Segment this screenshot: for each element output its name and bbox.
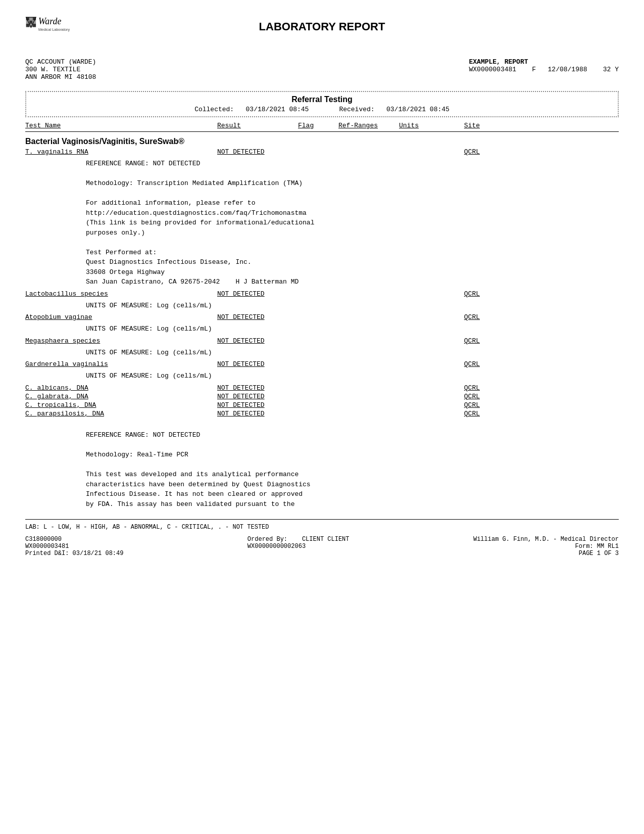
note-line: 33608 Ortega Highway bbox=[86, 267, 619, 277]
warde-logo: Warde Medical Laboratory bbox=[25, 15, 91, 48]
patient-dob: 12/08/1988 bbox=[548, 66, 587, 73]
svg-text:Medical Laboratory: Medical Laboratory bbox=[38, 27, 70, 32]
svg-rect-8 bbox=[33, 24, 36, 27]
note-line bbox=[86, 238, 619, 248]
test-name: C. parapsilosis, DNA bbox=[25, 410, 217, 418]
note-line: This test was developed and its analytic… bbox=[86, 470, 619, 480]
form-number: Form: MM RL1 bbox=[473, 543, 619, 550]
patient-id: WX0000003481 bbox=[469, 66, 516, 73]
facility-address1: 300 W. TEXTILE bbox=[25, 66, 96, 73]
test-site: QCRL bbox=[450, 384, 480, 392]
note-line: characteristics have been determined by … bbox=[86, 480, 619, 490]
received-label: Received: 03/18/2021 08:45 bbox=[339, 106, 449, 113]
test-row: Gardnerella vaginalis NOT DETECTED QCRL bbox=[25, 360, 619, 368]
ordered-by-label: Ordered By: bbox=[247, 536, 287, 543]
legend-text: LAB: L - LOW, H - HIGH, AB - ABNORMAL, C… bbox=[25, 524, 619, 531]
footer-bottom: C318000000 WX0000003481 Printed D&I: 03/… bbox=[25, 536, 619, 557]
test-name: Atopobium vaginae bbox=[25, 313, 217, 321]
patient-sex: F bbox=[532, 66, 536, 73]
footer-right: William G. Finn, M.D. - Medical Director… bbox=[473, 536, 619, 557]
test-name: C. tropicalis, DNA bbox=[25, 401, 217, 409]
received-value: 03/18/2021 08:45 bbox=[386, 106, 450, 113]
col-header-units: Units bbox=[399, 122, 450, 129]
patient-info-section: QC ACCOUNT (WARDE) 300 W. TEXTILE ANN AR… bbox=[25, 58, 619, 81]
collected-value: 03/18/2021 08:45 bbox=[246, 106, 309, 113]
svg-rect-6 bbox=[26, 24, 30, 27]
note-line: Infectious Disease. It has not been clea… bbox=[86, 489, 619, 499]
test-result: NOT DETECTED bbox=[217, 313, 298, 321]
facility-address2: ANN ARBOR MI 48108 bbox=[25, 73, 96, 81]
medical-director: William G. Finn, M.D. - Medical Director bbox=[473, 536, 619, 543]
test-name: Megasphaera species bbox=[25, 337, 217, 345]
report-title: LABORATORY REPORT bbox=[91, 15, 553, 33]
note-line: Methodology: Transcription Mediated Ampl… bbox=[86, 178, 619, 189]
column-headers: Test Name Result Flag Ref-Ranges Units S… bbox=[25, 120, 619, 132]
note-line: http://education.questdiagnostics.com/fa… bbox=[86, 208, 619, 218]
test-row: Megasphaera species NOT DETECTED QCRL bbox=[25, 337, 619, 345]
note-line bbox=[86, 189, 619, 199]
footer-middle: Ordered By: CLIENT CLIENT WX000000000020… bbox=[247, 536, 350, 557]
page-number: PAGE 1 OF 3 bbox=[473, 550, 619, 557]
facility-name: QC ACCOUNT (WARDE) bbox=[25, 58, 96, 66]
test-site: QCRL bbox=[450, 148, 480, 156]
test-row: Atopobium vaginae NOT DETECTED QCRL bbox=[25, 313, 619, 321]
note-line: Methodology: Real-Time PCR bbox=[86, 450, 619, 460]
test-site: QCRL bbox=[450, 401, 480, 409]
note-line: Quest Diagnostics Infectious Disease, In… bbox=[86, 257, 619, 267]
footer-line1: C318000000 bbox=[25, 536, 123, 543]
logo-container: Warde Medical Laboratory bbox=[25, 15, 91, 48]
collected-label: Collected: 03/18/2021 08:45 bbox=[194, 106, 309, 113]
col-header-ref: Ref-Ranges bbox=[338, 122, 399, 129]
col-header-result: Result bbox=[217, 122, 298, 129]
test-result: NOT DETECTED bbox=[217, 393, 298, 400]
test-row: T. vaginalis RNA NOT DETECTED QCRL bbox=[25, 148, 619, 156]
test-row: Lactobacillus species NOT DETECTED QCRL bbox=[25, 290, 619, 298]
footer-left: C318000000 WX0000003481 Printed D&I: 03/… bbox=[25, 536, 123, 557]
test-name: Lactobacillus species bbox=[25, 290, 217, 298]
test-site: QCRL bbox=[450, 410, 480, 418]
referral-title: Referral Testing bbox=[34, 95, 610, 104]
ordered-by-value: CLIENT CLIENT bbox=[302, 536, 350, 543]
test-row: C. glabrata, DNA NOT DETECTED QCRL bbox=[25, 393, 619, 400]
units-note: UNITS OF MEASURE: Log (cells/mL) bbox=[86, 301, 619, 311]
patient-details: WX0000003481 F 12/08/1988 32 Y bbox=[469, 66, 619, 73]
col-header-test: Test Name bbox=[25, 122, 217, 129]
test-name: Gardnerella vaginalis bbox=[25, 360, 217, 368]
note-line: San Juan Capistrano, CA 92675-2042 H J B… bbox=[86, 277, 619, 287]
test-result: NOT DETECTED bbox=[217, 401, 298, 409]
referral-box: Referral Testing Collected: 03/18/2021 0… bbox=[25, 91, 619, 117]
col-header-site: Site bbox=[450, 122, 480, 129]
facility-info: QC ACCOUNT (WARDE) 300 W. TEXTILE ANN AR… bbox=[25, 58, 96, 81]
units-note: UNITS OF MEASURE: Log (cells/mL) bbox=[86, 324, 619, 334]
note-line bbox=[86, 421, 619, 431]
svg-rect-4 bbox=[29, 21, 33, 24]
test-site: QCRL bbox=[450, 360, 480, 368]
test-row: C. albicans, DNA NOT DETECTED QCRL bbox=[25, 384, 619, 392]
section1-title: Bacterial Vaginosis/Vaginitis, SureSwab® bbox=[25, 137, 619, 146]
tvaginalis-notes: REFERENCE RANGE: NOT DETECTED Methodolog… bbox=[86, 159, 619, 287]
units-note: UNITS OF MEASURE: Log (cells/mL) bbox=[86, 371, 619, 381]
npi-value: WX00000000002063 bbox=[247, 543, 350, 550]
test-site: QCRL bbox=[450, 337, 480, 345]
collected-received: Collected: 03/18/2021 08:45 Received: 03… bbox=[34, 106, 610, 113]
test-name: C. albicans, DNA bbox=[25, 384, 217, 392]
test-row: C. tropicalis, DNA NOT DETECTED QCRL bbox=[25, 401, 619, 409]
patient-info: EXAMPLE, REPORT WX0000003481 F 12/08/198… bbox=[469, 58, 619, 81]
test-site: QCRL bbox=[450, 290, 480, 298]
note-line: purposes only.) bbox=[86, 228, 619, 238]
test-site: QCRL bbox=[450, 393, 480, 400]
note-line bbox=[86, 169, 619, 179]
svg-text:Warde: Warde bbox=[38, 16, 61, 26]
footer-line3: Printed D&I: 03/18/21 08:49 bbox=[25, 550, 123, 557]
col-header-flag: Flag bbox=[298, 122, 338, 129]
test-result: NOT DETECTED bbox=[217, 384, 298, 392]
test-result: NOT DETECTED bbox=[217, 337, 298, 345]
patient-name: EXAMPLE, REPORT bbox=[469, 58, 619, 66]
test-site: QCRL bbox=[450, 313, 480, 321]
footer-line2: WX0000003481 bbox=[25, 543, 123, 550]
units-note: UNITS OF MEASURE: Log (cells/mL) bbox=[86, 348, 619, 358]
test-result: NOT DETECTED bbox=[217, 410, 298, 418]
note-line: (This link is being provided for informa… bbox=[86, 218, 619, 228]
note-line bbox=[86, 440, 619, 450]
note-line: For additional information, please refer… bbox=[86, 198, 619, 208]
